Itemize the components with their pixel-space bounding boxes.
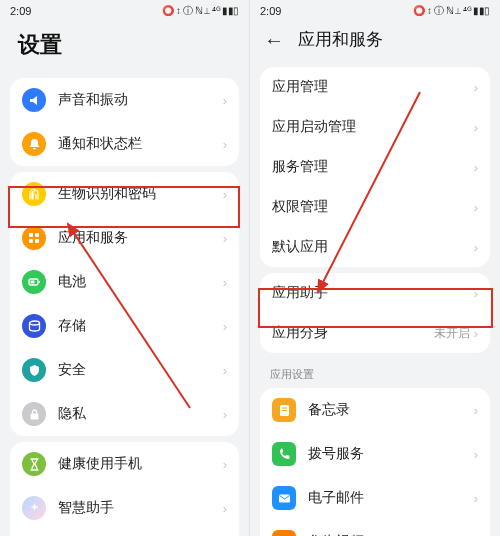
app-settings-group: 备忘录›拨号服务›电子邮件›华为视频›	[260, 388, 490, 536]
chevron-right-icon: ›	[223, 231, 227, 246]
bell-icon	[22, 132, 46, 156]
row-label: 电池	[58, 273, 221, 291]
svg-rect-2	[29, 239, 33, 243]
row-app-manage[interactable]: 应用管理›	[260, 67, 490, 107]
app-row-memo[interactable]: 备忘录›	[260, 388, 490, 432]
chevron-right-icon: ›	[223, 187, 227, 202]
row-label: 隐私	[58, 405, 221, 423]
row-notify[interactable]: 通知和状态栏›	[10, 122, 239, 166]
svg-rect-1	[35, 233, 39, 237]
grid-icon	[22, 226, 46, 250]
row-label: 服务管理	[272, 158, 472, 176]
row-label: 安全	[58, 361, 221, 379]
row-sound[interactable]: 声音和振动›	[10, 78, 239, 122]
chevron-right-icon: ›	[223, 319, 227, 334]
row-svc-manage[interactable]: 服务管理›	[260, 147, 490, 187]
row-label: 应用管理	[272, 78, 472, 96]
row-label: 电子邮件	[308, 489, 472, 507]
status-bar: 2:09 ⭕ ↕ ⓘ ℕ ⟂ ⁴ᴳ ▮▮▯	[0, 0, 249, 22]
chevron-right-icon: ›	[474, 286, 478, 301]
shield-icon	[22, 358, 46, 382]
app-row-mail[interactable]: 电子邮件›	[260, 476, 490, 520]
chevron-right-icon: ›	[223, 137, 227, 152]
chevron-right-icon: ›	[223, 93, 227, 108]
row-value: 未开启	[434, 325, 470, 342]
status-time: 2:09	[10, 5, 31, 17]
row-label: 默认应用	[272, 238, 472, 256]
settings-group: 应用管理›应用启动管理›服务管理›权限管理›默认应用›	[260, 67, 490, 267]
row-label: 权限管理	[272, 198, 472, 216]
settings-group: 声音和振动›通知和状态栏›	[10, 78, 239, 166]
row-default-app[interactable]: 默认应用›	[260, 227, 490, 267]
chevron-right-icon: ›	[223, 501, 227, 516]
row-label: 备忘录	[308, 401, 472, 419]
chevron-right-icon: ›	[474, 491, 478, 506]
chevron-right-icon: ›	[474, 160, 478, 175]
play-icon	[272, 530, 296, 536]
sparkle-icon	[22, 496, 46, 520]
row-launch-manage[interactable]: 应用启动管理›	[260, 107, 490, 147]
row-label: 应用和服务	[58, 229, 221, 247]
row-privacy[interactable]: 隐私›	[10, 392, 239, 436]
volume-icon	[22, 88, 46, 112]
page-title: 应用和服务	[298, 28, 383, 51]
chevron-right-icon: ›	[474, 200, 478, 215]
chevron-right-icon: ›	[474, 240, 478, 255]
row-label: 智慧助手	[58, 499, 221, 517]
status-time: 2:09	[260, 5, 281, 17]
row-label: 声音和振动	[58, 91, 221, 109]
settings-group: 应用助手›应用分身未开启›	[260, 273, 490, 353]
row-app-twin[interactable]: 应用分身未开启›	[260, 313, 490, 353]
row-label: 健康使用手机	[58, 455, 221, 473]
row-health[interactable]: 健康使用手机›	[10, 442, 239, 486]
hourglass-icon	[22, 452, 46, 476]
chevron-right-icon: ›	[474, 403, 478, 418]
battery-icon	[22, 270, 46, 294]
chevron-right-icon: ›	[474, 80, 478, 95]
chevron-right-icon: ›	[474, 120, 478, 135]
mail-icon	[272, 486, 296, 510]
svg-rect-3	[35, 239, 39, 243]
disk-icon	[22, 314, 46, 338]
app-row-dial[interactable]: 拨号服务›	[260, 432, 490, 476]
row-perm-manage[interactable]: 权限管理›	[260, 187, 490, 227]
settings-group: 健康使用手机›智慧助手›辅助功能›	[10, 442, 239, 536]
row-assist[interactable]: 智慧助手›	[10, 486, 239, 530]
chevron-right-icon: ›	[474, 326, 478, 341]
svg-rect-5	[38, 281, 40, 283]
svg-rect-8	[30, 413, 38, 419]
phone-right: 2:09 ⭕ ↕ ⓘ ℕ ⟂ ⁴ᴳ ▮▮▯ ← 应用和服务 应用管理›应用启动管…	[250, 0, 500, 536]
finger-icon	[22, 182, 46, 206]
section-label: 应用设置	[250, 359, 500, 382]
chevron-right-icon: ›	[474, 447, 478, 462]
row-label: 应用分身	[272, 324, 434, 342]
back-icon[interactable]: ←	[264, 30, 284, 50]
phone-icon	[272, 442, 296, 466]
row-label: 存储	[58, 317, 221, 335]
settings-group: 生物识别和密码›应用和服务›电池›存储›安全›隐私›	[10, 172, 239, 436]
row-label: 生物识别和密码	[58, 185, 221, 203]
lock-icon	[22, 402, 46, 426]
chevron-right-icon: ›	[223, 363, 227, 378]
app-row-video[interactable]: 华为视频›	[260, 520, 490, 536]
row-a11y[interactable]: 辅助功能›	[10, 530, 239, 536]
chevron-right-icon: ›	[223, 457, 227, 472]
svg-rect-6	[30, 280, 34, 283]
chevron-right-icon: ›	[223, 275, 227, 290]
row-biometric[interactable]: 生物识别和密码›	[10, 172, 239, 216]
row-app-assist[interactable]: 应用助手›	[260, 273, 490, 313]
status-bar: 2:09 ⭕ ↕ ⓘ ℕ ⟂ ⁴ᴳ ▮▮▯	[250, 0, 500, 22]
phone-left: 2:09 ⭕ ↕ ⓘ ℕ ⟂ ⁴ᴳ ▮▮▯ 设置 声音和振动›通知和状态栏›生物…	[0, 0, 250, 536]
svg-point-7	[29, 321, 39, 325]
row-apps[interactable]: 应用和服务›	[10, 216, 239, 260]
row-security[interactable]: 安全›	[10, 348, 239, 392]
row-label: 应用助手	[272, 284, 472, 302]
row-storage[interactable]: 存储›	[10, 304, 239, 348]
status-icons: ⭕ ↕ ⓘ ℕ ⟂ ⁴ᴳ ▮▮▯	[413, 4, 490, 18]
row-battery[interactable]: 电池›	[10, 260, 239, 304]
note-icon	[272, 398, 296, 422]
header: ← 应用和服务	[250, 22, 500, 61]
chevron-right-icon: ›	[223, 407, 227, 422]
page-title: 设置	[0, 22, 249, 72]
row-label: 通知和状态栏	[58, 135, 221, 153]
